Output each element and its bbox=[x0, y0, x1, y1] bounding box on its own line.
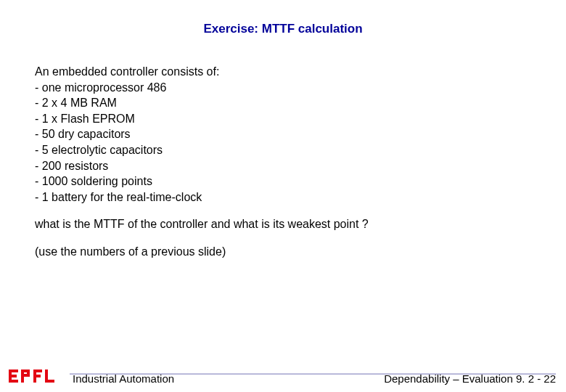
svg-rect-13 bbox=[45, 380, 54, 383]
svg-rect-8 bbox=[21, 374, 30, 377]
question-text: what is the MTTF of the controller and w… bbox=[35, 216, 531, 232]
svg-rect-4 bbox=[9, 369, 12, 383]
list-item: - 2 x 4 MB RAM bbox=[35, 95, 531, 111]
footer-left-text: Industrial Automation bbox=[73, 372, 174, 385]
list-item: - 5 electrolytic capacitors bbox=[35, 142, 531, 158]
epfl-logo-icon bbox=[7, 367, 64, 386]
component-list: - one microprocessor 486 - 2 x 4 MB RAM … bbox=[35, 80, 531, 205]
list-item: - 1000 soldering points bbox=[35, 173, 531, 189]
slide-title: Exercise: MTTF calculation bbox=[35, 22, 531, 36]
list-item: - 50 dry capacitors bbox=[35, 126, 531, 142]
footer-right-section: 9. 2 - bbox=[516, 372, 544, 385]
slide: Exercise: MTTF calculation An embedded c… bbox=[0, 0, 566, 392]
slide-body: An embedded controller consists of: - on… bbox=[35, 64, 531, 260]
slide-footer: Industrial Automation Dependability – Ev… bbox=[0, 356, 566, 386]
list-item: - one microprocessor 486 bbox=[35, 80, 531, 96]
svg-rect-10 bbox=[33, 369, 42, 372]
list-item: - 1 battery for the real-time-clock bbox=[35, 189, 531, 205]
list-item: - 200 resistors bbox=[35, 158, 531, 174]
footer-right-text: Dependability – Evaluation 9. 2 - 22 bbox=[384, 372, 556, 385]
hint-text: (use the numbers of a previous slide) bbox=[35, 244, 531, 260]
footer-right-prefix: Dependability – Evaluation bbox=[384, 372, 516, 385]
intro-line: An embedded controller consists of: bbox=[35, 64, 531, 80]
svg-rect-11 bbox=[33, 375, 41, 377]
footer-page-number: 22 bbox=[544, 372, 556, 385]
list-item: - 1 x Flash EPROM bbox=[35, 111, 531, 127]
